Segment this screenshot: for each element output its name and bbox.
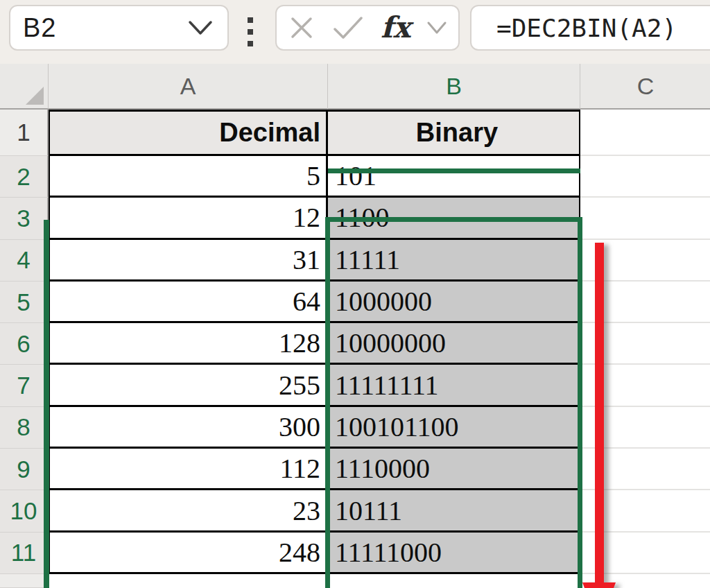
row-header-4[interactable]: 4 — [0, 240, 49, 282]
insert-function-icon[interactable]: fx — [381, 13, 410, 42]
cell-A4[interactable]: 31 — [49, 240, 328, 282]
cell-C1[interactable] — [580, 110, 710, 156]
column-header-A[interactable]: A — [49, 64, 328, 110]
row-header-2[interactable]: 2 — [0, 156, 49, 198]
cell-B6[interactable]: 10000000 — [328, 323, 580, 365]
cancel-icon[interactable] — [288, 14, 315, 42]
cell-A2[interactable]: 5 — [49, 156, 328, 198]
cell-A6[interactable]: 128 — [49, 323, 328, 365]
excel-window: B2 fx =DEC2BIN(A2) A B — [0, 0, 710, 588]
cell-A11[interactable]: 248 — [49, 533, 328, 574]
cell-C2[interactable] — [580, 156, 710, 198]
chevron-down-icon — [187, 19, 214, 37]
row-header-3[interactable]: 3 — [0, 198, 49, 239]
row-header-6[interactable]: 6 — [0, 323, 49, 365]
cell-B7[interactable]: 11111111 — [328, 365, 580, 406]
cell-A10[interactable]: 23 — [49, 490, 328, 532]
cell-C3[interactable] — [580, 198, 710, 239]
cell-B1[interactable]: Binary — [328, 110, 580, 156]
name-box-value: B2 — [23, 13, 56, 43]
select-all-corner[interactable] — [0, 64, 49, 110]
cell-B8[interactable]: 100101100 — [328, 407, 580, 449]
formula-buttons-group: fx — [275, 5, 460, 51]
fx-chevron-down-icon[interactable] — [426, 20, 447, 35]
cell-B3[interactable]: 1100 — [328, 198, 580, 239]
cell-A5[interactable]: 64 — [49, 282, 328, 323]
column-header-C[interactable]: C — [580, 64, 710, 110]
row-header-9[interactable]: 9 — [0, 449, 49, 490]
formula-bar-drag-handle[interactable] — [248, 17, 254, 46]
cell-B12[interactable] — [328, 574, 580, 588]
row-header-8[interactable]: 8 — [0, 407, 49, 449]
cell-B5[interactable]: 1000000 — [328, 282, 580, 323]
row-header-5[interactable]: 5 — [0, 282, 49, 323]
cell-A3[interactable]: 12 — [49, 198, 328, 239]
cell-A1[interactable]: Decimal — [49, 110, 328, 156]
row-header-7[interactable]: 7 — [0, 365, 49, 406]
row-header-1[interactable]: 1 — [0, 110, 49, 156]
formula-input[interactable]: =DEC2BIN(A2) — [470, 5, 710, 51]
column-header-B[interactable]: B — [328, 64, 580, 110]
row-header-12[interactable]: 12 — [0, 574, 49, 588]
row-header-11[interactable]: 11 — [0, 533, 49, 574]
name-box[interactable]: B2 — [9, 5, 229, 51]
cell-B10[interactable]: 10111 — [328, 490, 580, 532]
cell-A12[interactable] — [49, 574, 328, 588]
select-all-triangle-icon — [26, 87, 44, 105]
cell-A9[interactable]: 112 — [49, 449, 328, 490]
formula-bar-region: B2 fx =DEC2BIN(A2) — [0, 0, 710, 64]
cell-A7[interactable]: 255 — [49, 365, 328, 406]
cell-A8[interactable]: 300 — [49, 407, 328, 449]
formula-text: =DEC2BIN(A2) — [496, 14, 677, 42]
row-header-10[interactable]: 10 — [0, 490, 49, 532]
cell-B2-active[interactable]: 101 — [328, 156, 580, 198]
cell-B4[interactable]: 11111 — [328, 240, 580, 282]
enter-check-icon[interactable] — [331, 14, 365, 42]
cell-B9[interactable]: 1110000 — [328, 449, 580, 490]
arrow-head-icon — [582, 582, 616, 588]
cell-B11[interactable]: 11111000 — [328, 533, 580, 574]
